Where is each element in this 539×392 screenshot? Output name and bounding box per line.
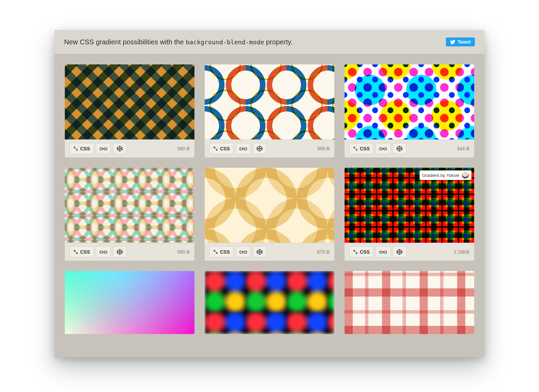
pattern-card: CSS 870 B — [205, 168, 334, 261]
css-button[interactable]: CSS — [70, 246, 94, 257]
card-toolbar: CSS 560 B — [65, 243, 194, 261]
credit-text: Gradient by Yoksel — [422, 173, 459, 178]
svg-rect-3 — [244, 148, 247, 150]
view-button[interactable] — [236, 143, 251, 154]
pattern-preview[interactable] — [205, 271, 334, 334]
pattern-card: CSS 399 B — [205, 64, 334, 157]
title-suffix: property. — [264, 38, 293, 46]
svg-rect-8 — [240, 251, 243, 253]
pattern-preview[interactable] — [65, 271, 194, 334]
pattern-card — [345, 271, 474, 334]
pattern-preview[interactable] — [205, 168, 334, 243]
pattern-preview[interactable] — [345, 64, 474, 139]
expand-icon — [353, 146, 358, 151]
card-toolbar: CSS 870 B — [205, 243, 334, 261]
button-row: CSS — [349, 246, 406, 257]
twitter-icon — [450, 40, 455, 44]
svg-rect-9 — [244, 251, 247, 253]
codepen-icon — [396, 146, 403, 152]
svg-rect-7 — [104, 251, 107, 253]
svg-rect-4 — [380, 148, 382, 150]
svg-rect-11 — [384, 251, 387, 253]
pattern-card — [65, 271, 194, 334]
glasses-icon — [379, 250, 387, 254]
codepen-button[interactable] — [393, 246, 406, 257]
svg-rect-2 — [240, 148, 243, 150]
svg-rect-5 — [384, 148, 387, 150]
credit-badge[interactable]: Gradient by Yoksel — [420, 170, 471, 180]
card-toolbar: CSS 2.16KB — [345, 243, 474, 261]
size-label: 399 B — [317, 146, 330, 151]
pattern-preview[interactable] — [65, 64, 194, 139]
svg-rect-1 — [104, 148, 107, 150]
css-label: CSS — [80, 146, 90, 151]
css-button[interactable]: CSS — [349, 143, 374, 154]
svg-rect-10 — [380, 251, 382, 253]
codepen-button[interactable] — [113, 246, 127, 257]
codepen-icon — [396, 249, 403, 255]
page-wrap: New CSS gradient possibilities with the … — [0, 0, 539, 392]
codepen-icon — [257, 249, 263, 255]
header: New CSS gradient possibilities with the … — [55, 30, 484, 54]
svg-rect-0 — [100, 148, 103, 150]
view-button[interactable] — [376, 143, 391, 154]
expand-icon — [73, 146, 78, 151]
pattern-card — [205, 271, 334, 334]
title-prefix: New CSS gradient possibilities with the — [64, 38, 186, 46]
size-label: 2.16KB — [454, 249, 469, 255]
size-label: 344 B — [457, 146, 469, 151]
css-button[interactable]: CSS — [209, 143, 234, 154]
css-label: CSS — [360, 146, 370, 151]
app-container: New CSS gradient possibilities with the … — [55, 30, 484, 357]
card-toolbar: CSS 390 B — [65, 139, 194, 157]
pattern-preview[interactable] — [345, 271, 474, 334]
expand-icon — [73, 250, 78, 254]
pattern-card: Gradient by Yoksel CSS — [345, 168, 474, 261]
view-button[interactable] — [96, 246, 111, 257]
glasses-icon — [239, 250, 247, 254]
button-row: CSS — [209, 246, 266, 257]
pattern-preview[interactable] — [65, 168, 194, 243]
css-label: CSS — [80, 249, 90, 255]
title-code: background-blend-mode — [186, 39, 264, 46]
codepen-icon — [117, 249, 123, 255]
pattern-card: CSS 390 B — [65, 64, 194, 157]
tweet-label: Tweet — [457, 39, 471, 45]
tweet-button[interactable]: Tweet — [446, 37, 475, 46]
expand-icon — [213, 250, 218, 254]
glasses-icon — [239, 146, 247, 151]
css-label: CSS — [360, 249, 370, 255]
codepen-button[interactable] — [393, 143, 406, 154]
pattern-preview[interactable] — [205, 64, 334, 139]
page-title: New CSS gradient possibilities with the … — [64, 38, 293, 46]
view-button[interactable] — [236, 246, 251, 257]
expand-icon — [353, 250, 358, 254]
button-row: CSS — [349, 143, 406, 154]
css-button[interactable]: CSS — [209, 246, 234, 257]
codepen-button[interactable] — [253, 246, 266, 257]
grid: CSS 390 B — [55, 54, 484, 334]
codepen-icon — [117, 146, 123, 152]
pattern-card: CSS 560 B — [65, 168, 194, 261]
css-label: CSS — [220, 146, 230, 151]
button-row: CSS — [70, 143, 127, 154]
glasses-icon — [379, 146, 387, 151]
expand-icon — [213, 146, 218, 151]
button-row: CSS — [70, 246, 127, 257]
glasses-icon — [100, 146, 107, 151]
codepen-button[interactable] — [253, 143, 266, 154]
card-toolbar: CSS 399 B — [205, 139, 334, 157]
view-button[interactable] — [96, 143, 111, 154]
card-toolbar: CSS 344 B — [345, 139, 474, 157]
codepen-button[interactable] — [113, 143, 127, 154]
size-label: 390 B — [177, 146, 190, 151]
button-row: CSS — [209, 143, 266, 154]
size-label: 870 B — [317, 249, 330, 255]
css-button[interactable]: CSS — [349, 246, 374, 257]
view-button[interactable] — [376, 246, 391, 257]
pattern-card: CSS 344 B — [345, 64, 474, 157]
size-label: 560 B — [177, 249, 190, 255]
codepen-icon — [257, 146, 263, 152]
css-button[interactable]: CSS — [70, 143, 94, 154]
svg-rect-6 — [100, 251, 103, 253]
